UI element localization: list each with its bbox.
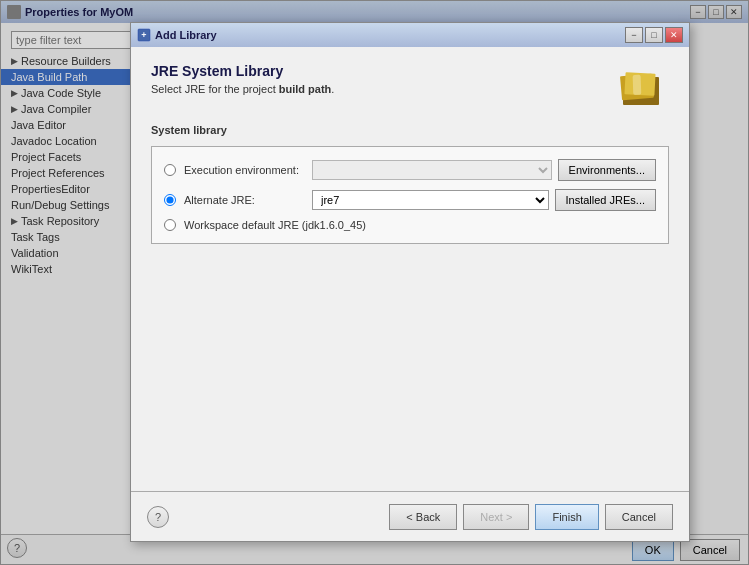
workspace-default-radio[interactable] (164, 219, 176, 231)
workspace-default-row: Workspace default JRE (jdk1.6.0_45) (164, 219, 656, 231)
modal-titlebar-controls: − □ ✕ (625, 27, 683, 43)
modal-subtitle: Select JRE for the project build path. (151, 83, 334, 95)
modal-header: JRE System Library Select JRE for the pr… (151, 63, 669, 108)
installed-jres-button[interactable]: Installed JREs... (555, 189, 656, 211)
book-shine (633, 75, 642, 95)
alternate-jre-row: Alternate JRE: jre7 Installed JREs... (164, 189, 656, 211)
execution-env-dropdown[interactable] (312, 160, 552, 180)
back-button[interactable]: < Back (389, 504, 457, 530)
modal-titlebar: + Add Library − □ ✕ (131, 23, 689, 47)
footer-buttons: < Back Next > Finish Cancel (389, 504, 673, 530)
environments-button[interactable]: Environments... (558, 159, 656, 181)
alternate-jre-dropdown[interactable]: jre7 (312, 190, 549, 210)
execution-env-radio[interactable] (164, 164, 176, 176)
modal-dialog-title: Add Library (155, 29, 621, 41)
modal-body: JRE System Library Select JRE for the pr… (131, 47, 689, 491)
modal-footer: ? < Back Next > Finish Cancel (131, 491, 689, 541)
svg-text:+: + (141, 30, 146, 40)
execution-env-label: Execution environment: (184, 164, 304, 176)
next-button[interactable]: Next > (463, 504, 529, 530)
alternate-jre-label: Alternate JRE: (184, 194, 304, 206)
modal-titlebar-icon: + (137, 28, 151, 42)
modal-minimize-button[interactable]: − (625, 27, 643, 43)
alternate-jre-select-container: jre7 Installed JREs... (312, 189, 656, 211)
modal-page-title: JRE System Library (151, 63, 334, 79)
finish-button[interactable]: Finish (535, 504, 598, 530)
execution-env-select-container: Environments... (312, 159, 656, 181)
alternate-jre-radio[interactable] (164, 194, 176, 206)
dialog-help-button[interactable]: ? (147, 506, 169, 528)
section-label: System library (151, 124, 669, 136)
modal-close-button[interactable]: ✕ (665, 27, 683, 43)
modal-title-block: JRE System Library Select JRE for the pr… (151, 63, 334, 95)
system-library-section: Execution environment: Environments... A… (151, 146, 669, 244)
add-library-dialog: + Add Library − □ ✕ JRE System Library S… (130, 22, 690, 542)
execution-env-row: Execution environment: Environments... (164, 159, 656, 181)
cancel-button[interactable]: Cancel (605, 504, 673, 530)
workspace-default-label: Workspace default JRE (jdk1.6.0_45) (184, 219, 366, 231)
library-icon (619, 63, 669, 108)
modal-restore-button[interactable]: □ (645, 27, 663, 43)
book-top (624, 72, 655, 96)
